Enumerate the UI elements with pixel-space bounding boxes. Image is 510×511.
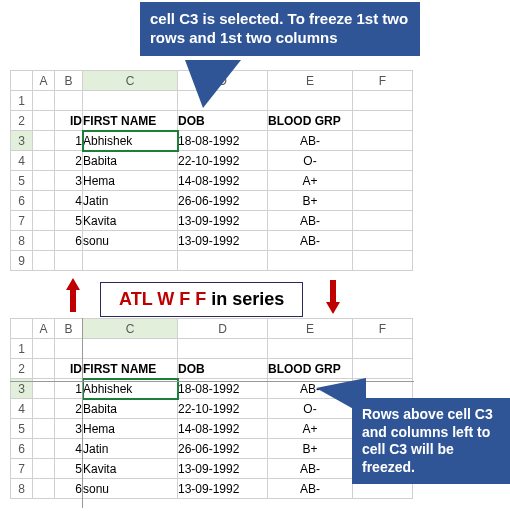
- row-2[interactable]: 2: [11, 111, 33, 131]
- banner-black: in series: [211, 289, 284, 309]
- svg-marker-1: [326, 280, 340, 314]
- row-5[interactable]: 5: [11, 171, 33, 191]
- col-E[interactable]: E: [268, 71, 353, 91]
- row-7[interactable]: 7: [11, 211, 33, 231]
- row-1[interactable]: 1: [11, 91, 33, 111]
- callout-bottom: Rows above cell C3 and columns left to c…: [352, 398, 510, 484]
- corner-cell-2[interactable]: [11, 319, 33, 339]
- col-C[interactable]: C: [83, 71, 178, 91]
- col-E-2[interactable]: E: [268, 319, 353, 339]
- col-B[interactable]: B: [55, 71, 83, 91]
- col-D-2[interactable]: D: [178, 319, 268, 339]
- row-8[interactable]: 8: [11, 231, 33, 251]
- hdr-first-name[interactable]: FIRST NAME: [83, 111, 178, 131]
- shortcut-banner: ATL W F F in series: [100, 282, 303, 317]
- col-C-2[interactable]: C: [83, 319, 178, 339]
- corner-cell[interactable]: [11, 71, 33, 91]
- col-F[interactable]: F: [353, 71, 413, 91]
- hdr-dob[interactable]: DOB: [178, 111, 268, 131]
- hdr-id[interactable]: ID: [55, 111, 83, 131]
- col-A-2[interactable]: A: [33, 319, 55, 339]
- cell-E3[interactable]: AB-: [268, 131, 353, 151]
- callout-top-tail: [185, 60, 241, 108]
- callout-top: cell C3 is selected. To freeze 1st two r…: [140, 2, 420, 56]
- row-4[interactable]: 4: [11, 151, 33, 171]
- row-9[interactable]: 9: [11, 251, 33, 271]
- row-3[interactable]: 3: [11, 131, 33, 151]
- cell-B3[interactable]: 1: [55, 131, 83, 151]
- hdr-blood[interactable]: BLOOD GRP: [268, 111, 353, 131]
- col-B-2[interactable]: B: [55, 319, 83, 339]
- col-header-row-2: A B C D E F: [11, 319, 413, 339]
- col-A[interactable]: A: [33, 71, 55, 91]
- svg-marker-0: [66, 278, 80, 312]
- callout-top-text: cell C3 is selected. To freeze 1st two r…: [150, 10, 408, 46]
- banner-red: ATL W F F: [119, 289, 211, 309]
- arrow-down-icon: [326, 280, 340, 310]
- freeze-line-vertical: [82, 318, 83, 508]
- callout-bottom-text: Rows above cell C3 and columns left to c…: [362, 406, 493, 475]
- cell-D3[interactable]: 18-08-1992: [178, 131, 268, 151]
- cell-C3-selected[interactable]: Abhishek: [83, 131, 178, 151]
- col-F-2[interactable]: F: [353, 319, 413, 339]
- row-6[interactable]: 6: [11, 191, 33, 211]
- arrow-up-icon: [66, 278, 80, 308]
